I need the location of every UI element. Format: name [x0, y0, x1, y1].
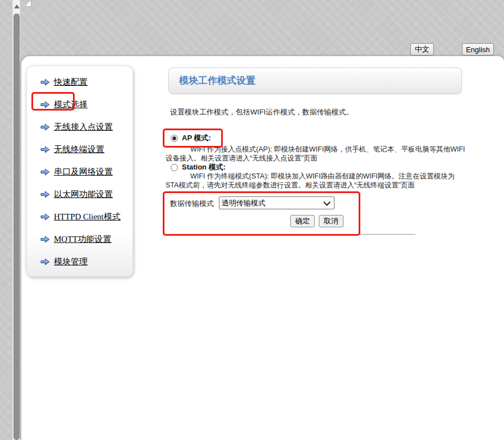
sidebar-item-label[interactable]: 无线接入点设置	[54, 122, 113, 132]
station-mode-row: Station 模式:	[171, 163, 226, 172]
arrow-icon	[40, 213, 50, 221]
sidebar-item-mode-select[interactable]: 模式选择	[40, 93, 132, 116]
arrow-icon	[40, 168, 50, 176]
station-mode-radio[interactable]	[171, 164, 178, 171]
sidebar-item-quick-config[interactable]: 快速配置	[40, 71, 132, 93]
sidebar-item-module-manage[interactable]: 模块管理	[40, 250, 132, 273]
sidebar-item-wireless-ap[interactable]: 无线接入点设置	[40, 116, 132, 138]
confirm-button[interactable]: 确定	[290, 215, 315, 227]
arrow-icon	[40, 236, 50, 243]
ap-mode-description: WIFI 作为接入点模式(AP): 即模块创建WIFI网络，供手机、笔记本、平板…	[166, 145, 466, 163]
sidebar-item-label[interactable]: 快速配置	[54, 77, 88, 88]
ap-mode-label: AP 模式:	[182, 133, 211, 143]
corner-artifact-icon	[26, 1, 31, 7]
sidebar-item-label[interactable]: 串口及网络设置	[54, 167, 113, 177]
sidebar-item-label[interactable]: 以太网功能设置	[54, 189, 113, 200]
lang-english-button[interactable]: English	[462, 43, 494, 56]
arrow-icon	[40, 101, 50, 108]
cancel-button[interactable]: 取消	[319, 215, 343, 227]
station-mode-description: WIFI 作为终端模式(STA): 即模块加入WIFI路由器创建的WIFI网络。…	[166, 172, 466, 190]
ap-mode-row: AP 模式:	[171, 134, 211, 143]
sidebar-item-mqtt[interactable]: MQTT功能设置	[40, 228, 132, 250]
intro-text: 设置模块工作模式，包括WIFI运作模式，数据传输模式。	[170, 107, 473, 117]
arrow-icon	[40, 79, 50, 86]
content-panel: 快速配置 模式选择 无线接入点设置 无线终端设置 串口及网络设置	[21, 56, 504, 440]
ap-mode-radio[interactable]	[171, 135, 178, 142]
sidebar-item-label[interactable]: 模块管理	[54, 256, 88, 267]
page-title: 模块工作模式设置	[179, 74, 255, 87]
lang-chinese-button[interactable]: 中文	[410, 43, 434, 56]
sidebar-item-label[interactable]: 模式选择	[54, 99, 88, 110]
sidebar-item-serial-network[interactable]: 串口及网络设置	[40, 161, 132, 183]
sidebar-item-wireless-sta[interactable]: 无线终端设置	[40, 138, 132, 161]
transfer-mode-label: 数据传输模式	[170, 199, 214, 209]
sidebar: 快速配置 模式选择 无线接入点设置 无线终端设置 串口及网络设置	[26, 66, 133, 277]
page: 中文 English 快速配置 模式选择 无线接入点设置 无线终端设	[0, 0, 504, 440]
sidebar-item-label[interactable]: HTTPD Client模式	[54, 212, 121, 222]
sidebar-item-httpd-client[interactable]: HTTPD Client模式	[40, 205, 132, 228]
station-mode-label: Station 模式:	[182, 162, 226, 172]
scrollbar-up-arrow-icon[interactable]	[14, 4, 20, 8]
arrow-icon	[40, 258, 50, 265]
arrow-icon	[40, 191, 50, 198]
scrollbar-thumb[interactable]	[13, 13, 20, 440]
sidebar-item-ethernet[interactable]: 以太网功能设置	[40, 183, 132, 205]
transfer-mode-select-wrap: 透明传输模式	[219, 196, 335, 209]
sidebar-menu: 快速配置 模式选择 无线接入点设置 无线终端设置 串口及网络设置	[27, 66, 132, 273]
arrow-icon	[40, 123, 50, 131]
divider	[163, 234, 415, 235]
page-title-bar: 模块工作模式设置	[168, 67, 462, 94]
sidebar-item-label[interactable]: MQTT功能设置	[54, 234, 112, 245]
arrow-icon	[40, 146, 50, 153]
transfer-mode-select[interactable]: 透明传输模式	[219, 196, 335, 209]
sidebar-item-label[interactable]: 无线终端设置	[54, 144, 104, 155]
